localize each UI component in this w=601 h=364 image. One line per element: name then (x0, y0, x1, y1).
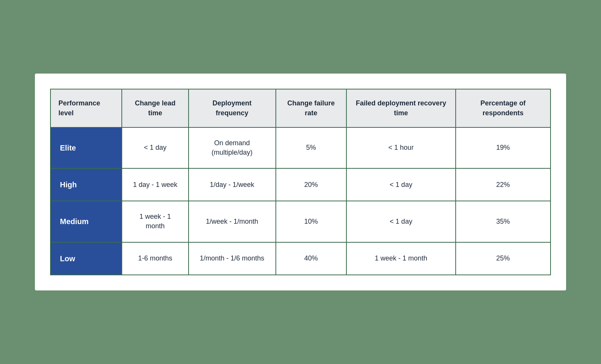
dora-metrics-table: Performance level Change lead time Deplo… (50, 89, 551, 275)
low-change-failure-rate: 40% (276, 242, 346, 275)
header-performance-level: Performance level (50, 89, 122, 127)
high-deployment-frequency: 1/day - 1/week (189, 168, 276, 201)
header-recovery-time: Failed deployment recovery time (346, 89, 456, 127)
level-high: High (50, 168, 122, 201)
low-percentage: 25% (456, 242, 551, 275)
header-row: Performance level Change lead time Deplo… (50, 89, 551, 127)
table-row: Low 1-6 months 1/month - 1/6 months 40% … (50, 242, 551, 275)
table-row: Medium 1 week - 1 month 1/week - 1/month… (50, 201, 551, 242)
low-recovery-time: 1 week - 1 month (346, 242, 456, 275)
level-low: Low (50, 242, 122, 275)
medium-lead-time: 1 week - 1 month (122, 201, 188, 242)
header-change-lead-time: Change lead time (122, 89, 188, 127)
high-recovery-time: < 1 day (346, 168, 456, 201)
high-lead-time: 1 day - 1 week (122, 168, 188, 201)
medium-percentage: 35% (456, 201, 551, 242)
header-deployment-frequency: Deployment frequency (189, 89, 276, 127)
elite-change-failure-rate: 5% (276, 127, 346, 168)
medium-recovery-time: < 1 day (346, 201, 456, 242)
low-deployment-frequency: 1/month - 1/6 months (189, 242, 276, 275)
high-percentage: 22% (456, 168, 551, 201)
table-row: High 1 day - 1 week 1/day - 1/week 20% <… (50, 168, 551, 201)
level-medium: Medium (50, 201, 122, 242)
medium-change-failure-rate: 10% (276, 201, 346, 242)
elite-lead-time: < 1 day (122, 127, 188, 168)
low-lead-time: 1-6 months (122, 242, 188, 275)
high-change-failure-rate: 20% (276, 168, 346, 201)
medium-deployment-frequency: 1/week - 1/month (189, 201, 276, 242)
table-container: Performance level Change lead time Deplo… (35, 74, 566, 290)
elite-recovery-time: < 1 hour (346, 127, 456, 168)
elite-percentage: 19% (456, 127, 551, 168)
table-row: Elite < 1 day On demand (multiple/day) 5… (50, 127, 551, 168)
elite-deployment-frequency: On demand (multiple/day) (189, 127, 276, 168)
level-elite: Elite (50, 127, 122, 168)
header-change-failure-rate: Change failure rate (276, 89, 346, 127)
header-percentage-respondents: Percentage of respondents (456, 89, 551, 127)
